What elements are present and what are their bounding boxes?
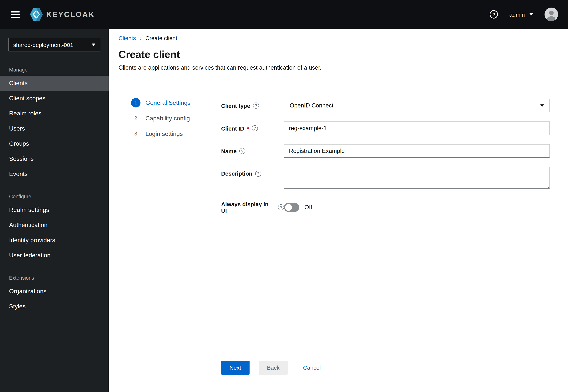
client-type-label: Client type (221, 102, 250, 109)
client-id-label: Client ID (221, 125, 244, 131)
sidebar-item-sessions[interactable]: Sessions (0, 151, 109, 167)
main-content: Clients › Create client Create client Cl… (109, 29, 568, 392)
description-textarea[interactable] (284, 167, 550, 189)
wizard-content: 1 General Settings 2 Capability config 3… (109, 78, 568, 392)
help-icon[interactable]: ? (253, 102, 259, 109)
help-icon[interactable]: ? (278, 204, 284, 210)
step-label: Capability config (146, 115, 190, 122)
sidebar-item-user-federation[interactable]: User federation (0, 248, 109, 263)
nav-section-title: Manage (0, 60, 109, 76)
chevron-down-icon (540, 104, 544, 107)
client-type-label-wrap: Client type ? (221, 102, 284, 109)
realm-selector-wrap: shared-deployment-001 (0, 29, 109, 60)
client-id-label-wrap: Client ID * ? (221, 125, 284, 131)
realm-name: shared-deployment-001 (13, 42, 73, 48)
sidebar-item-clients[interactable]: Clients (0, 76, 109, 91)
user-menu[interactable]: admin (509, 11, 533, 18)
chevron-down-icon (529, 13, 533, 15)
breadcrumb-clients-link[interactable]: Clients (118, 35, 136, 42)
always-display-label-wrap: Always display in UI ? (221, 201, 284, 214)
name-label: Name (221, 148, 237, 154)
nav-section-title: Extensions (0, 268, 109, 284)
step-number: 3 (131, 129, 141, 139)
wizard-step-capability-config[interactable]: 2 Capability config (131, 113, 212, 123)
always-display-toggle-wrap: Off (284, 203, 312, 212)
sidebar-item-realm-roles[interactable]: Realm roles (0, 106, 109, 121)
sidebar-item-realm-settings[interactable]: Realm settings (0, 202, 109, 218)
toggle-state-label: Off (305, 204, 312, 211)
name-label-wrap: Name ? (221, 148, 284, 154)
nav-section-title: Configure (0, 187, 109, 202)
avatar[interactable] (544, 8, 558, 21)
page-header: Clients › Create client Create client Cl… (109, 29, 568, 78)
layout: shared-deployment-001 Manage Clients Cli… (0, 29, 568, 392)
nav-section-extensions: Extensions Organizations Styles (0, 268, 109, 314)
sidebar-item-groups[interactable]: Groups (0, 136, 109, 151)
page-title: Create client (118, 48, 559, 60)
user-name: admin (509, 11, 525, 18)
wizard-step-login-settings[interactable]: 3 Login settings (131, 129, 212, 139)
hamburger-menu-icon[interactable] (10, 7, 20, 21)
back-button[interactable]: Back (259, 361, 288, 375)
breadcrumb-chevron-icon: › (140, 35, 142, 42)
sidebar-item-client-scopes[interactable]: Client scopes (0, 91, 109, 106)
sidebar-item-authentication[interactable]: Authentication (0, 218, 109, 233)
breadcrumb-current: Create client (146, 35, 177, 42)
sidebar-item-organizations[interactable]: Organizations (0, 284, 109, 299)
chevron-down-icon (92, 43, 95, 46)
description-label: Description (221, 170, 252, 177)
cancel-button[interactable]: Cancel (301, 361, 323, 375)
sidebar: shared-deployment-001 Manage Clients Cli… (0, 29, 109, 392)
wizard-steps: 1 General Settings 2 Capability config 3… (109, 78, 212, 386)
wizard-step-general-settings[interactable]: 1 General Settings (131, 98, 212, 108)
keycloak-logo: KEYCLOAK (29, 7, 95, 22)
description-label-wrap: Description ? (221, 167, 284, 177)
nav-section-manage: Manage Clients Client scopes Realm roles… (0, 60, 109, 182)
step-number: 2 (131, 113, 141, 123)
sidebar-item-styles[interactable]: Styles (0, 299, 109, 314)
always-display-label: Always display in UI (221, 201, 275, 214)
help-icon[interactable]: ? (490, 10, 498, 18)
brand-text: KEYCLOAK (46, 10, 95, 19)
client-type-value: OpenID Connect (290, 102, 334, 109)
general-settings-form: Client type ? OpenID Connect Clien (212, 78, 568, 392)
step-number: 1 (131, 98, 141, 108)
wizard-footer: Next Back Cancel (221, 361, 323, 375)
client-type-row: Client type ? OpenID Connect (221, 99, 550, 112)
name-input[interactable] (284, 144, 550, 158)
sidebar-item-identity-providers[interactable]: Identity providers (0, 233, 109, 248)
sidebar-item-users[interactable]: Users (0, 121, 109, 136)
client-id-row: Client ID * ? (221, 122, 550, 135)
keycloak-logo-icon (29, 7, 44, 22)
always-display-row: Always display in UI ? Off (221, 201, 550, 214)
client-id-input[interactable] (284, 122, 550, 135)
description-row: Description ? (221, 167, 550, 190)
client-type-select[interactable]: OpenID Connect (284, 99, 550, 112)
required-marker: * (247, 125, 249, 131)
always-display-toggle[interactable] (284, 203, 299, 212)
help-icon[interactable]: ? (239, 148, 245, 154)
app-root: KEYCLOAK ? admin shared-deployment-001 (0, 0, 568, 392)
nav-section-configure: Configure Realm settings Authentication … (0, 187, 109, 263)
topbar-right: ? admin (490, 8, 558, 21)
top-bar: KEYCLOAK ? admin (0, 0, 568, 29)
breadcrumb: Clients › Create client (118, 35, 559, 42)
realm-selector[interactable]: shared-deployment-001 (8, 38, 100, 52)
help-icon[interactable]: ? (255, 170, 261, 177)
page-subtitle: Clients are applications and services th… (118, 64, 559, 72)
step-label: General Settings (146, 99, 190, 106)
help-icon[interactable]: ? (252, 125, 258, 131)
name-row: Name ? (221, 144, 550, 158)
next-button[interactable]: Next (221, 361, 249, 375)
step-label: Login settings (146, 130, 183, 137)
sidebar-item-events[interactable]: Events (0, 167, 109, 182)
